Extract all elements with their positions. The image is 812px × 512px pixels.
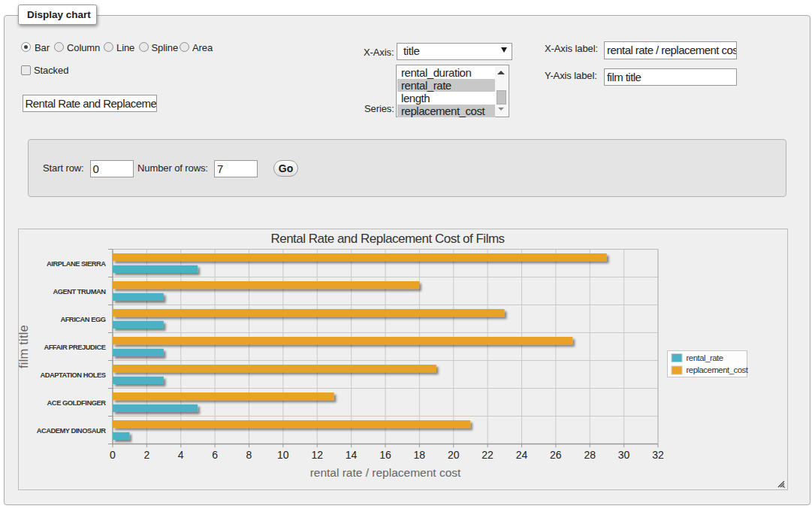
- svg-text:2: 2: [143, 449, 149, 461]
- svg-text:AGENT TRUMAN: AGENT TRUMAN: [53, 287, 106, 295]
- svg-text:28: 28: [584, 449, 596, 461]
- svg-text:10: 10: [277, 449, 289, 461]
- svg-text:30: 30: [618, 449, 630, 461]
- svg-text:ACADEMY DINOSAUR: ACADEMY DINOSAUR: [37, 426, 107, 435]
- svg-text:replacement_cost: replacement_cost: [687, 365, 749, 374]
- svg-text:rental_rate: rental_rate: [687, 353, 723, 362]
- svg-text:AFFAIR PREJUDICE: AFFAIR PREJUDICE: [44, 343, 105, 351]
- svg-text:rental rate / replacement cost: rental rate / replacement cost: [310, 466, 461, 479]
- svg-text:ADAPTATION HOLES: ADAPTATION HOLES: [41, 371, 106, 379]
- svg-text:20: 20: [448, 449, 460, 461]
- svg-text:AFRICAN EGG: AFRICAN EGG: [60, 315, 105, 323]
- svg-text:12: 12: [311, 449, 323, 461]
- svg-text:24: 24: [516, 449, 528, 461]
- svg-text:Rental Rate and Replacement Co: Rental Rate and Replacement Cost of Film…: [270, 232, 504, 246]
- svg-text:6: 6: [212, 449, 218, 461]
- svg-text:16: 16: [379, 449, 391, 461]
- svg-text:8: 8: [246, 449, 252, 461]
- svg-text:ACE GOLDFINGER: ACE GOLDFINGER: [47, 398, 107, 407]
- svg-text:AIRPLANE SIERRA: AIRPLANE SIERRA: [47, 259, 106, 268]
- svg-text:26: 26: [550, 449, 562, 461]
- svg-text:32: 32: [652, 449, 664, 461]
- svg-text:18: 18: [414, 449, 426, 461]
- svg-text:0: 0: [110, 449, 116, 461]
- svg-text:14: 14: [346, 449, 358, 461]
- svg-text:4: 4: [178, 449, 184, 461]
- svg-text:22: 22: [481, 449, 494, 461]
- svg-text:film title: film title: [19, 325, 30, 368]
